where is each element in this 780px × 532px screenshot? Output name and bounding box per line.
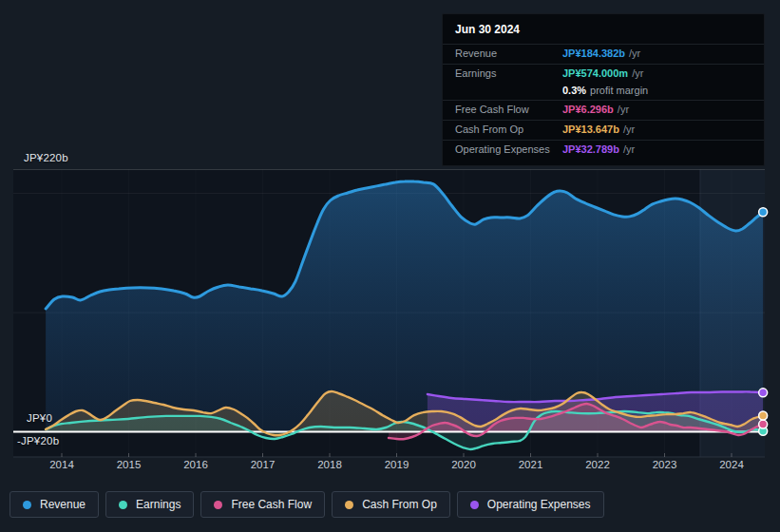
tooltip-row-label: Operating Expenses <box>455 143 562 155</box>
tooltip-row-suffix: /yr <box>632 67 643 79</box>
x-axis-label-2017: 2017 <box>251 459 276 470</box>
y-axis-label-max: JP¥220b <box>24 152 68 163</box>
tooltip-row: Cash From OpJP¥13.647b/yr <box>443 120 764 140</box>
legend-label: Cash From Op <box>362 498 437 511</box>
legend-item-revenue[interactable]: Revenue <box>10 491 99 518</box>
legend-label: Free Cash Flow <box>231 498 312 511</box>
x-axis-label-2015: 2015 <box>117 459 142 470</box>
legend-item-free-cash-flow[interactable]: Free Cash Flow <box>200 491 325 518</box>
legend-item-cash-from-op[interactable]: Cash From Op <box>332 491 450 518</box>
legend-dot <box>345 501 353 509</box>
x-axis-label-2019: 2019 <box>385 459 409 470</box>
tooltip-date: Jun 30 2024 <box>443 14 764 44</box>
tooltip-row: EarningsJP¥574.000m/yr0.3%profit margin <box>443 64 764 100</box>
chart-legend: RevenueEarningsFree Cash FlowCash From O… <box>10 491 604 518</box>
tooltip-row-label: Cash From Op <box>455 124 562 135</box>
endpoint-marker-operating-expenses <box>759 389 768 397</box>
x-axis-label-2024: 2024 <box>719 459 744 470</box>
tooltip-row-label: Free Cash Flow <box>455 104 562 115</box>
y-axis-label-zero: JP¥0 <box>27 412 52 424</box>
tooltip-row-suffix: /yr <box>623 143 635 155</box>
x-axis: 2014201520162017201820192020202120222023… <box>0 459 780 474</box>
tooltip-row-value: JP¥13.647b <box>562 124 619 135</box>
legend-dot <box>470 501 479 509</box>
legend-dot <box>23 501 31 509</box>
endpoint-marker-free-cash-flow <box>759 420 768 428</box>
endpoint-marker-cash-from-op <box>759 411 768 420</box>
legend-label: Operating Expenses <box>487 498 591 511</box>
tooltip-row-value: JP¥574.000m <box>562 67 628 79</box>
tooltip-row-suffix: /yr <box>623 124 635 135</box>
x-axis-label-2020: 2020 <box>451 459 476 470</box>
legend-item-operating-expenses[interactable]: Operating Expenses <box>457 491 604 518</box>
tooltip-profit-margin: 0.3%profit margin <box>443 84 764 100</box>
y-axis-label-neg: -JP¥20b <box>17 435 59 446</box>
x-axis-label-2023: 2023 <box>653 459 677 470</box>
financials-chart-panel: JP¥220b JP¥0 -JP¥20b 2014201520162017201… <box>0 0 780 532</box>
tooltip-row-value: JP¥184.382b <box>562 48 625 59</box>
tooltip-row: RevenueJP¥184.382b/yr <box>443 44 764 64</box>
x-axis-label-2014: 2014 <box>49 459 74 470</box>
x-axis-label-2016: 2016 <box>183 459 208 470</box>
x-axis-label-2022: 2022 <box>585 459 610 470</box>
legend-dot <box>214 501 222 509</box>
tooltip-row-label: Earnings <box>455 67 562 79</box>
endpoint-marker-revenue <box>759 208 768 217</box>
x-axis-label-2021: 2021 <box>519 459 543 470</box>
legend-dot <box>119 501 127 509</box>
tooltip-row-label: Revenue <box>455 48 562 59</box>
legend-label: Earnings <box>136 498 181 511</box>
tooltip-row-value: JP¥32.789b <box>562 143 619 155</box>
legend-item-earnings[interactable]: Earnings <box>105 491 194 518</box>
legend-label: Revenue <box>40 498 86 511</box>
tooltip-row-value: JP¥6.296b <box>562 104 614 115</box>
tooltip-row: Free Cash FlowJP¥6.296b/yr <box>443 100 764 120</box>
chart-tooltip: Jun 30 2024 RevenueJP¥184.382b/yrEarning… <box>442 13 765 166</box>
tooltip-row: Operating ExpensesJP¥32.789b/yr <box>443 140 764 160</box>
tooltip-row-suffix: /yr <box>629 48 640 59</box>
x-axis-label-2018: 2018 <box>317 459 342 470</box>
tooltip-row-suffix: /yr <box>618 104 629 115</box>
